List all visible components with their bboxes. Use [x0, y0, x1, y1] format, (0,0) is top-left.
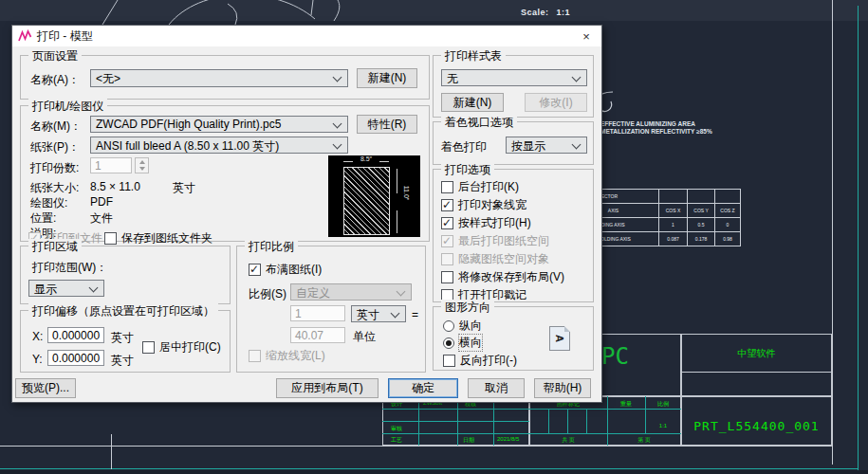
checkbox-icon[interactable]	[441, 271, 453, 283]
fit-to-paper-checkbox[interactable]: 布满图纸(I)	[249, 262, 322, 278]
option-paperspace-last[interactable]: 最后打印图纸空间	[441, 233, 549, 249]
save-to-folder-checkbox[interactable]: 保存到图纸文件夹	[104, 230, 212, 246]
shaded-viewport-legend: 着色视口选项	[441, 115, 517, 131]
checkbox-icon[interactable]	[441, 253, 453, 265]
option-label: 打印对象线宽	[458, 197, 526, 213]
radio-icon[interactable]	[443, 337, 454, 349]
offset-x-label: X:	[32, 330, 43, 343]
plot-style-new-button[interactable]: 新建(N)	[441, 93, 504, 112]
printer-name-select[interactable]: ZWCAD PDF(High Quality Print).pc5	[90, 116, 348, 133]
printer-properties-button[interactable]: 特性(R)	[357, 115, 417, 134]
printer-name-label: 名称(M)：	[30, 118, 82, 135]
dim-line	[379, 161, 389, 162]
option-object-lineweight[interactable]: 打印对象线宽	[441, 197, 526, 213]
fit-to-paper-label: 布满图纸(I)	[266, 262, 322, 278]
material-text: PC	[601, 343, 629, 370]
copies-stepper[interactable]	[135, 157, 149, 173]
plot-style-modify-button[interactable]: 修改(I)	[525, 93, 587, 112]
page-setup-name-label: 名称(A)：	[30, 72, 80, 88]
scale-lineweight-label: 缩放线宽(L)	[266, 348, 325, 364]
close-icon[interactable]: ×	[571, 26, 601, 46]
audit-label: 审核	[391, 425, 402, 433]
checkbox-icon[interactable]	[441, 217, 453, 229]
option-label: 隐藏图纸空间对象	[458, 251, 549, 267]
option-label: 将修改保存到布局(V)	[458, 269, 564, 285]
checkbox-icon[interactable]	[441, 235, 453, 247]
stepper-up-icon[interactable]	[136, 158, 148, 166]
option-background-print[interactable]: 后台打印(K)	[441, 179, 519, 195]
table-cell	[715, 190, 741, 204]
help-button[interactable]: 帮助(H)	[534, 378, 591, 398]
company-cell-divider	[681, 372, 832, 373]
preview-button[interactable]: 预览(P)...	[15, 378, 76, 398]
checkbox-icon[interactable]	[441, 199, 453, 211]
tb-vline	[548, 409, 549, 433]
sheet-frame-bottom	[0, 468, 859, 469]
offset-x-input[interactable]: 0.000000	[47, 327, 104, 343]
checkbox-icon[interactable]	[249, 264, 261, 276]
portrait-label: 纵向	[459, 318, 482, 334]
process-label: 工艺	[391, 436, 402, 445]
dialog-titlebar[interactable]: 打印 - 模型 ×	[12, 26, 601, 46]
cancel-button[interactable]: 取消	[468, 378, 525, 398]
print-scale-group: 打印比例 布满图纸(I) 比例(S)： 自定义 1 英寸 = 40.07 单位 …	[236, 246, 426, 373]
ok-button[interactable]: 确定	[388, 378, 458, 398]
paper-size-select[interactable]: ANSI full bleed A (8.50 x 11.00 英寸)	[90, 137, 348, 154]
portrait-radio[interactable]: 纵向	[443, 318, 482, 334]
sheet-size-label: 纸张大小:	[30, 180, 79, 196]
chevron-down-icon	[391, 309, 400, 319]
shaded-print-select[interactable]: 按显示	[506, 137, 587, 154]
option-plot-by-style[interactable]: 按样式打印(H)	[441, 215, 531, 231]
copies-input[interactable]: 1	[90, 157, 132, 173]
scale-unit-value: 英寸	[357, 308, 379, 321]
print-area-group: 打印区域 打印范围(W)： 显示	[20, 246, 231, 304]
table-cell: 1	[659, 218, 688, 232]
option-save-to-layout[interactable]: 将修改保存到布局(V)	[441, 269, 564, 285]
checkbox-icon[interactable]	[441, 181, 453, 193]
date-label: 日期	[463, 436, 474, 445]
landscape-radio[interactable]: 横向	[443, 335, 482, 351]
sheet-size-value: 8.5 × 11.0	[90, 180, 140, 193]
center-print-checkbox[interactable]: 居中打印(C)	[142, 339, 221, 356]
page-setup-new-button[interactable]: 新建(N)	[357, 68, 417, 88]
stepper-down-icon[interactable]	[136, 166, 148, 173]
checkbox-icon[interactable]	[104, 232, 117, 245]
chevron-down-icon	[333, 140, 342, 150]
scale-lineweight-checkbox[interactable]: 缩放线宽(L)	[249, 348, 325, 364]
scale-denominator-input[interactable]: 40.07	[290, 327, 345, 343]
scale-unit-select[interactable]: 英寸	[351, 305, 406, 322]
cad-drawing-canvas: Scale:1:1 EFFECTIVE ALUMINIZING AREA MET…	[0, 0, 868, 474]
chevron-down-icon	[333, 119, 342, 129]
scale-col-label: 比例	[645, 400, 681, 409]
option-label: 最后打印图纸空间	[458, 233, 549, 249]
part-number: PRT_L554400_001	[681, 419, 832, 433]
plot-style-legend: 打印样式表	[441, 48, 506, 64]
radio-icon[interactable]	[443, 320, 454, 332]
scale-select[interactable]: 自定义	[290, 283, 412, 301]
page-setup-name-select[interactable]: <无>	[90, 69, 348, 87]
scale-numerator-input[interactable]: 1	[290, 305, 345, 321]
tb-hline	[529, 433, 681, 434]
option-hide-paperspace[interactable]: 隐藏图纸空间对象	[441, 251, 549, 267]
printer-name-value: ZWCAD PDF(High Quality Print).pc5	[96, 118, 281, 131]
plot-style-group: 打印样式表 无 新建(N) 修改(I)	[433, 55, 594, 118]
plot-style-select[interactable]: 无	[441, 69, 587, 86]
printer-legend: 打印机/绘图仪	[28, 99, 107, 115]
checkbox-icon[interactable]	[142, 341, 155, 354]
checkbox-icon[interactable]	[443, 355, 455, 367]
checkbox-icon[interactable]	[249, 350, 261, 362]
chevron-down-icon	[572, 73, 582, 82]
location-label: 位置:	[30, 210, 56, 227]
dialog-title: 打印 - 模型	[37, 28, 93, 45]
paper-preview: 8.5″ 11.0″	[328, 155, 420, 237]
apply-to-layout-button[interactable]: 应用到布局(T)	[276, 378, 379, 398]
orientation-group: 图形方向 纵向 横向 反向打印(-) A	[433, 306, 594, 371]
total-pages-label: 共 页	[529, 436, 607, 445]
chevron-down-icon	[397, 287, 406, 297]
reverse-print-label: 反向打印(-)	[460, 353, 517, 369]
print-range-select[interactable]: 显示	[28, 280, 104, 297]
offset-y-input[interactable]: 0.000000	[47, 350, 104, 366]
reverse-print-checkbox[interactable]: 反向打印(-)	[443, 353, 517, 369]
title-block-company-cell	[681, 334, 832, 396]
print-options-group: 打印选项 后台打印(K) 打印对象线宽 按样式打印(H) 最后打印图纸空间 隐藏…	[433, 169, 594, 302]
